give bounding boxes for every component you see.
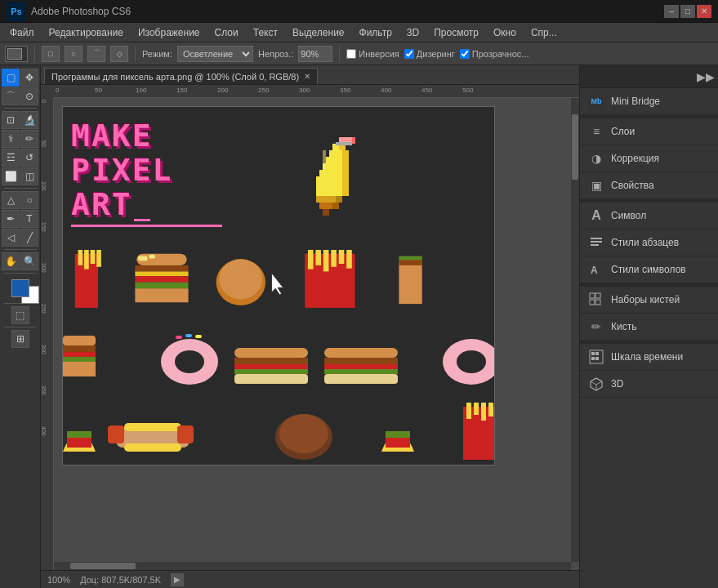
doc-tab-close[interactable]: ✕: [304, 72, 310, 81]
menu-image[interactable]: Изображение: [132, 25, 207, 40]
gradient-tool[interactable]: ◫: [20, 167, 38, 185]
panel-section-properties[interactable]: ▣ Свойства: [580, 172, 718, 199]
eraser-tool[interactable]: ⬜: [2, 167, 20, 185]
svg-rect-77: [124, 443, 181, 452]
brush-tool[interactable]: ✏: [20, 130, 38, 148]
quick-mask-tool[interactable]: ⬚: [11, 306, 29, 324]
screen-mode-tool[interactable]: ⊞: [11, 330, 29, 348]
mini-bridge-section[interactable]: Mb Mini Bridge: [580, 88, 718, 115]
color-swatches[interactable]: [11, 279, 29, 297]
title-bar-controls[interactable]: – □ ✕: [664, 5, 711, 18]
transparent-checkbox[interactable]: [460, 49, 470, 59]
paragraph-styles-icon: [588, 234, 604, 251]
opacity-input[interactable]: [298, 46, 332, 62]
panel-section-brush-presets[interactable]: Наборы кистей: [580, 287, 718, 314]
zoom-tool[interactable]: 🔍: [20, 252, 38, 270]
opt-poly-btn[interactable]: ◇: [110, 46, 128, 62]
shape-tool[interactable]: ╱: [20, 229, 38, 247]
opt-circ-btn[interactable]: ○: [65, 46, 83, 62]
scroll-horizontal[interactable]: [54, 562, 571, 570]
dodge-tool[interactable]: ○: [20, 191, 38, 209]
panel-section-char-styles[interactable]: A Стили символов: [580, 256, 718, 283]
svg-rect-95: [590, 300, 595, 305]
svg-rect-86: [474, 403, 479, 415]
panel-section-symbol[interactable]: A Символ: [580, 203, 718, 229]
eyedropper-tool[interactable]: 🔬: [20, 111, 38, 129]
mini-bridge-label: Mini Bridge: [611, 96, 660, 107]
svg-rect-29: [96, 250, 101, 267]
svg-rect-43: [315, 250, 321, 265]
foreground-color[interactable]: [11, 279, 29, 297]
pixel-art-title: MAKEPIXEL ART: [71, 119, 172, 221]
maximize-button[interactable]: □: [680, 5, 695, 18]
dithering-checkbox[interactable]: [404, 49, 414, 59]
menu-window[interactable]: Окно: [487, 25, 523, 40]
panel-section-paragraph-styles[interactable]: Стили абзацев: [580, 229, 718, 256]
panel-collapse-arrow[interactable]: ▶▶: [697, 70, 715, 83]
panel-section-timeline[interactable]: Шкала времени: [580, 344, 718, 371]
opacity-label: Непроз.:: [258, 49, 293, 59]
panel-section-brush[interactable]: ✏ Кисть: [580, 314, 718, 341]
menu-bar: Файл Редактирование Изображение Слои Тек…: [0, 23, 718, 42]
timeline-icon: [588, 349, 604, 365]
crop-tool[interactable]: ⊡: [2, 111, 20, 129]
opt-rect-btn[interactable]: □: [42, 46, 60, 62]
mode-select[interactable]: Осветление Нормальный Умножение: [177, 46, 253, 62]
selection-tool[interactable]: ▢: [2, 69, 20, 87]
menu-help[interactable]: Спр...: [524, 25, 564, 40]
svg-rect-26: [78, 250, 83, 265]
blur-tool[interactable]: △: [2, 191, 20, 209]
color-swatch-fg[interactable]: [5, 46, 28, 62]
panel-section-correction[interactable]: ◑ Коррекция: [580, 145, 718, 172]
svg-rect-85: [466, 403, 471, 419]
panel-section-layers[interactable]: ≡ Слои: [580, 118, 718, 145]
inversion-checkbox[interactable]: [346, 49, 356, 59]
menu-view[interactable]: Просмотр: [427, 25, 485, 40]
tool-row-9: ◁ ╱: [2, 229, 38, 247]
minimize-button[interactable]: –: [664, 5, 679, 18]
menu-layers[interactable]: Слои: [208, 25, 245, 40]
menu-filter[interactable]: Фильтр: [353, 25, 399, 40]
menu-selection[interactable]: Выделение: [286, 25, 351, 40]
menu-file[interactable]: Файл: [3, 25, 41, 40]
pen-tool[interactable]: ✒: [2, 210, 20, 228]
path-select-tool[interactable]: ◁: [2, 229, 20, 247]
svg-rect-18: [336, 142, 352, 145]
workspace: Программы для пиксель арта.png @ 100% (С…: [41, 65, 579, 588]
pencil-pixel-art: [304, 136, 410, 234]
svg-rect-2: [329, 150, 342, 157]
svg-rect-53: [63, 352, 96, 357]
hand-tool[interactable]: ✋: [2, 252, 20, 270]
type-tool[interactable]: T: [20, 210, 38, 228]
doc-tab[interactable]: Программы для пиксель арта.png @ 100% (С…: [44, 68, 318, 84]
tool-sep-2: [4, 188, 37, 189]
menu-text[interactable]: Текст: [247, 25, 284, 40]
close-button[interactable]: ✕: [697, 5, 711, 18]
correction-label: Коррекция: [611, 153, 659, 164]
svg-point-57: [175, 350, 204, 373]
clone-tool[interactable]: ☲: [2, 149, 20, 167]
healing-tool[interactable]: ⚕: [2, 130, 20, 148]
svg-rect-76: [124, 423, 181, 431]
svg-point-72: [457, 350, 486, 373]
quick-select-tool[interactable]: ⊙: [20, 87, 38, 105]
canvas-bg[interactable]: MAKEPIXEL ART: [62, 106, 495, 466]
svg-rect-68: [324, 364, 398, 369]
lasso-tool[interactable]: ⌒: [2, 87, 20, 105]
doc-tab-title: Программы для пиксель арта.png @ 100% (С…: [51, 72, 299, 82]
status-arrow[interactable]: ▶: [171, 573, 184, 586]
title-bar-text: Adobe Photoshop CS6: [31, 6, 131, 17]
history-brush-tool[interactable]: ↺: [20, 149, 38, 167]
menu-edit[interactable]: Редактирование: [42, 25, 130, 40]
opt-lasso-btn[interactable]: ⌒: [87, 46, 105, 62]
svg-rect-83: [386, 431, 410, 438]
svg-rect-66: [324, 348, 398, 358]
scroll-vertical[interactable]: [571, 98, 579, 562]
3d-label: 3D: [611, 378, 623, 390]
svg-rect-89: [591, 238, 602, 239]
move-tool[interactable]: ✥: [20, 69, 38, 87]
panel-section-3d[interactable]: 3D: [580, 371, 718, 398]
svg-rect-55: [63, 362, 96, 376]
menu-3d[interactable]: 3D: [400, 25, 426, 40]
transparent-label: Прозрачнос...: [460, 49, 529, 59]
